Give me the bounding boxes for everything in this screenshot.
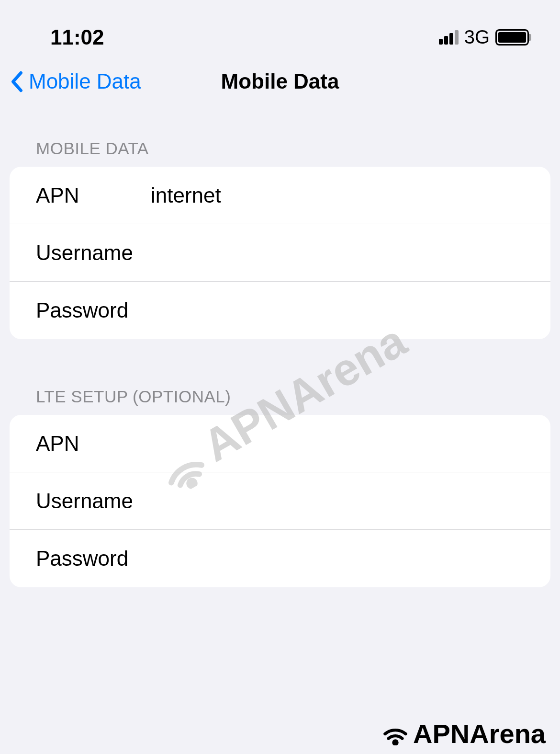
svg-point-1 (393, 741, 397, 744)
signal-icon (439, 30, 459, 45)
row-label-lte-password: Password (36, 547, 151, 571)
lte-password-input[interactable] (151, 547, 524, 571)
row-lte-username[interactable]: Username (10, 472, 550, 530)
row-password[interactable]: Password (10, 282, 550, 339)
nav-bar: Mobile Data Mobile Data (0, 53, 560, 103)
lte-apn-input[interactable] (151, 432, 524, 456)
apn-input[interactable] (151, 183, 524, 207)
settings-group-lte: APN Username Password (10, 415, 550, 587)
row-label-lte-username: Username (36, 489, 151, 513)
status-time: 11:02 (50, 25, 104, 49)
settings-group-mobile-data: APN Username Password (10, 167, 550, 339)
row-apn[interactable]: APN (10, 167, 550, 224)
status-bar: 11:02 3G (0, 0, 560, 53)
row-label-username: Username (36, 241, 151, 265)
nav-title: Mobile Data (221, 69, 339, 93)
status-right: 3G (439, 26, 529, 48)
network-type: 3G (464, 26, 490, 48)
back-button[interactable]: Mobile Data (10, 69, 141, 93)
username-input[interactable] (151, 241, 524, 265)
row-lte-password[interactable]: Password (10, 530, 550, 587)
chevron-left-icon (10, 69, 24, 93)
back-label: Mobile Data (29, 69, 141, 93)
password-input[interactable] (151, 298, 524, 322)
row-label-apn: APN (36, 183, 151, 207)
row-lte-apn[interactable]: APN (10, 415, 550, 472)
battery-icon (495, 29, 529, 46)
content: MOBILE DATA APN Username Password LTE SE… (0, 103, 560, 587)
row-username[interactable]: Username (10, 224, 550, 282)
section-header-mobile-data: MOBILE DATA (10, 139, 550, 167)
watermark-bottom: APNArena (381, 718, 546, 749)
watermark-bottom-text: APNArena (413, 718, 546, 749)
section-header-lte: LTE SETUP (OPTIONAL) (10, 387, 550, 415)
row-label-password: Password (36, 298, 151, 322)
lte-username-input[interactable] (151, 489, 524, 513)
row-label-lte-apn: APN (36, 432, 151, 456)
